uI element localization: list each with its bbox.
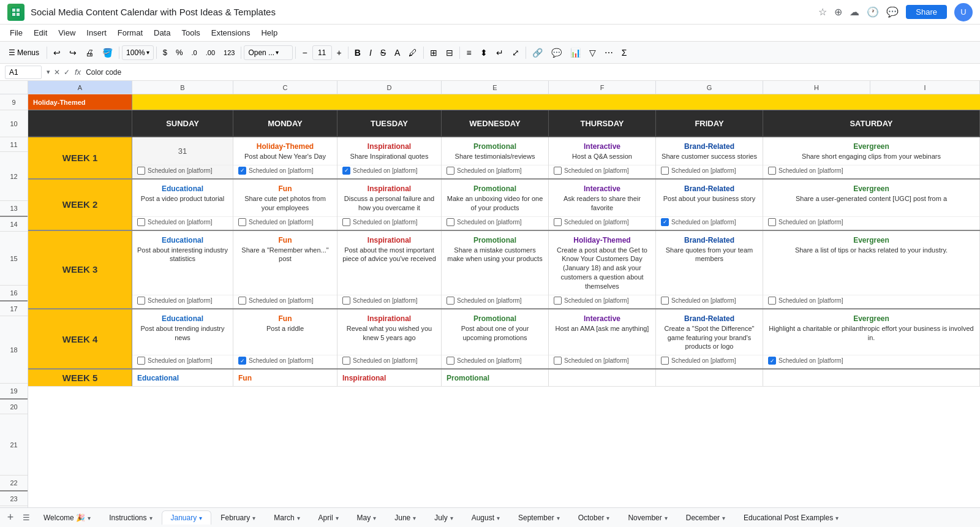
tab-june[interactable]: June▾	[385, 510, 425, 525]
redo-button[interactable]: ↪	[66, 47, 80, 59]
tab-december[interactable]: December▾	[677, 510, 734, 525]
font-size-input[interactable]: 11	[312, 45, 332, 60]
align-button[interactable]: ≡	[462, 47, 475, 59]
col-header-i[interactable]: I	[870, 81, 980, 94]
tab-april[interactable]: April▾	[309, 510, 348, 525]
menus-button[interactable]: ☰ Menus	[4, 47, 44, 58]
week2-tue-cb[interactable]	[342, 218, 350, 226]
cloud-icon[interactable]: ☁	[850, 6, 859, 18]
week4-sat-cb[interactable]	[768, 357, 776, 365]
week4-tue-cb[interactable]	[342, 357, 350, 365]
currency-button[interactable]: $	[159, 47, 171, 58]
week1-mon-cb[interactable]	[238, 167, 246, 175]
valign-button[interactable]: ⬍	[477, 47, 491, 59]
menu-format[interactable]: Format	[113, 27, 148, 39]
week1-fri-cb[interactable]	[661, 167, 669, 175]
link-button[interactable]: 🔗	[529, 47, 546, 59]
rotate-button[interactable]: ⤢	[508, 47, 523, 59]
week4-mon-cb[interactable]	[238, 357, 246, 365]
menu-extensions[interactable]: Extensions	[206, 27, 255, 39]
week1-tue-cb[interactable]	[342, 167, 350, 175]
week4-thu-cb[interactable]	[554, 357, 562, 365]
undo-button[interactable]: ↩	[50, 47, 64, 59]
menu-help[interactable]: Help	[256, 27, 282, 39]
week4-sun-cb[interactable]	[137, 357, 145, 365]
tab-instructions[interactable]: Instructions▾	[100, 510, 161, 525]
col-header-b[interactable]: B	[132, 81, 233, 94]
merge-button[interactable]: ⊟	[442, 47, 457, 59]
increase-font[interactable]: +	[333, 47, 345, 59]
tab-may[interactable]: May▾	[348, 510, 386, 525]
week4-wed-cb[interactable]	[447, 357, 454, 365]
tab-educational[interactable]: Educational Post Examples▾	[734, 510, 848, 525]
comment-icon[interactable]: 💬	[886, 6, 899, 18]
italic-button[interactable]: I	[366, 47, 375, 59]
menu-view[interactable]: View	[53, 27, 80, 39]
print-button[interactable]: 🖨	[81, 47, 97, 59]
tab-january[interactable]: January▾	[162, 510, 212, 525]
week3-fri-cb[interactable]	[661, 297, 669, 305]
percent-button[interactable]: %	[172, 47, 187, 58]
week2-wed-cb[interactable]	[447, 218, 454, 226]
col-header-f[interactable]: F	[549, 81, 656, 94]
history-icon[interactable]: 🕐	[867, 6, 879, 18]
decrease-decimal[interactable]: .0	[188, 48, 201, 58]
week4-fri-cb[interactable]	[661, 357, 669, 365]
paint-button[interactable]: 🪣	[99, 47, 116, 59]
week2-sat-cb[interactable]	[768, 218, 776, 226]
star-icon[interactable]: ☆	[818, 6, 827, 18]
borders-button[interactable]: ⊞	[426, 47, 441, 59]
tab-september[interactable]: September▾	[509, 510, 569, 525]
col-header-h[interactable]: H	[763, 81, 870, 94]
tab-february[interactable]: February▾	[211, 510, 265, 525]
tab-march[interactable]: March▾	[265, 510, 309, 525]
col-header-a[interactable]: A	[28, 81, 132, 94]
col-header-c[interactable]: C	[233, 81, 337, 94]
chart-button[interactable]: 📊	[567, 47, 584, 59]
tab-august[interactable]: August▾	[462, 510, 509, 525]
menu-data[interactable]: Data	[149, 27, 175, 39]
menu-insert[interactable]: Insert	[81, 27, 111, 39]
week2-thu-cb[interactable]	[554, 218, 562, 226]
week2-fri-cb[interactable]	[661, 218, 669, 226]
filter-button[interactable]: ▽	[586, 47, 600, 59]
highlight-button[interactable]: 🖊	[405, 47, 421, 59]
font-selector[interactable]: Open ...▾	[244, 45, 293, 60]
more-button[interactable]: ⋯	[601, 47, 617, 59]
col-header-d[interactable]: D	[337, 81, 442, 94]
col-header-e[interactable]: E	[442, 81, 549, 94]
week3-sun-cb[interactable]	[137, 297, 145, 305]
drive-icon[interactable]: ⊕	[834, 6, 842, 18]
text-color-button[interactable]: A	[391, 47, 404, 59]
week3-sat-cb[interactable]	[768, 297, 776, 305]
week3-tue-cb[interactable]	[342, 297, 350, 305]
col-header-g[interactable]: G	[656, 81, 763, 94]
cell-reference[interactable]: A1	[5, 66, 42, 79]
menu-edit[interactable]: Edit	[29, 27, 52, 39]
tab-november[interactable]: November▾	[619, 510, 676, 525]
week1-thu-cb[interactable]	[554, 167, 562, 175]
week3-thu-cb[interactable]	[554, 297, 562, 305]
format-number[interactable]: 123	[220, 48, 238, 58]
formula-button[interactable]: Σ	[618, 47, 631, 59]
menu-file[interactable]: File	[5, 27, 28, 39]
week1-wed-cb[interactable]	[447, 167, 454, 175]
strikethrough-button[interactable]: S	[377, 47, 390, 59]
comment-btn[interactable]: 💬	[548, 47, 565, 59]
week3-wed-cb[interactable]	[447, 297, 454, 305]
tab-october[interactable]: October▾	[569, 510, 619, 525]
week2-sun-cb[interactable]	[137, 218, 145, 226]
week1-sat-cb[interactable]	[768, 167, 776, 175]
decrease-font[interactable]: −	[298, 47, 311, 59]
wrap-button[interactable]: ↵	[492, 47, 507, 59]
add-sheet-button[interactable]: +	[2, 510, 18, 526]
week2-mon-cb[interactable]	[238, 218, 246, 226]
increase-decimal[interactable]: .00	[202, 48, 219, 58]
tab-welcome[interactable]: Welcome 🎉▾	[34, 510, 100, 525]
tab-july[interactable]: July▾	[425, 510, 462, 525]
menu-tools[interactable]: Tools	[176, 27, 205, 39]
week1-sun-cb[interactable]	[137, 167, 145, 175]
sheet-menu-button[interactable]: ☰	[18, 510, 34, 526]
bold-button[interactable]: B	[351, 47, 364, 59]
zoom-select[interactable]: 100%▾	[122, 45, 154, 60]
